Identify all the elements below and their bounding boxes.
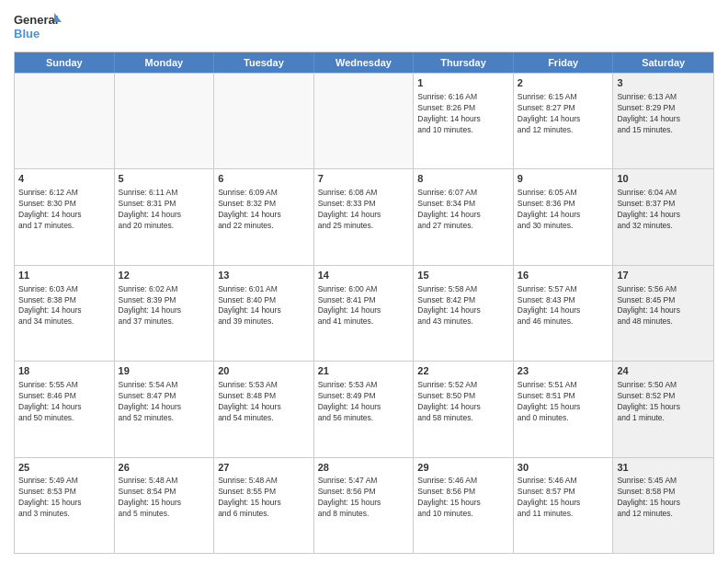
cell-date: 1 <box>417 76 509 90</box>
calendar-cell: 6Sunrise: 6:09 AM Sunset: 8:32 PM Daylig… <box>214 169 314 264</box>
cell-date: 6 <box>218 172 310 186</box>
cell-info: Sunrise: 5:52 AM Sunset: 8:50 PM Dayligh… <box>417 380 509 424</box>
calendar-cell: 16Sunrise: 5:57 AM Sunset: 8:43 PM Dayli… <box>514 266 614 361</box>
calendar-cell: 14Sunrise: 6:00 AM Sunset: 8:41 PM Dayli… <box>314 266 415 361</box>
calendar-cell: 20Sunrise: 5:53 AM Sunset: 8:48 PM Dayli… <box>214 362 314 456</box>
cell-info: Sunrise: 5:57 AM Sunset: 8:43 PM Dayligh… <box>518 284 609 328</box>
cell-info: Sunrise: 6:15 AM Sunset: 8:27 PM Dayligh… <box>518 92 609 136</box>
cell-date: 2 <box>518 76 609 90</box>
svg-text:General: General <box>14 13 58 27</box>
calendar-cell: 27Sunrise: 5:48 AM Sunset: 8:55 PM Dayli… <box>214 458 314 553</box>
calendar-cell: 11Sunrise: 6:03 AM Sunset: 8:38 PM Dayli… <box>15 266 115 361</box>
calendar-cell: 5Sunrise: 6:11 AM Sunset: 8:31 PM Daylig… <box>115 169 215 264</box>
day-header-friday: Friday <box>514 52 614 73</box>
calendar-cell: 19Sunrise: 5:54 AM Sunset: 8:47 PM Dayli… <box>115 362 215 456</box>
cell-date: 20 <box>218 364 310 378</box>
cell-date: 9 <box>518 172 609 186</box>
svg-text:Blue: Blue <box>14 27 40 40</box>
calendar-cell: 21Sunrise: 5:53 AM Sunset: 8:49 PM Dayli… <box>314 362 415 456</box>
calendar-cell: 18Sunrise: 5:55 AM Sunset: 8:46 PM Dayli… <box>15 362 115 456</box>
calendar-cell: 22Sunrise: 5:52 AM Sunset: 8:50 PM Dayli… <box>414 362 514 456</box>
calendar: SundayMondayTuesdayWednesdayThursdayFrid… <box>14 52 714 554</box>
cell-info: Sunrise: 6:16 AM Sunset: 8:26 PM Dayligh… <box>417 92 509 136</box>
calendar-cell: 10Sunrise: 6:04 AM Sunset: 8:37 PM Dayli… <box>613 169 713 264</box>
week-row-3: 11Sunrise: 6:03 AM Sunset: 8:38 PM Dayli… <box>15 265 713 361</box>
cell-info: Sunrise: 5:46 AM Sunset: 8:57 PM Dayligh… <box>518 476 609 520</box>
cell-date: 29 <box>417 461 509 475</box>
cell-date: 23 <box>518 364 609 378</box>
cell-date: 28 <box>318 461 410 475</box>
weeks-container: 1Sunrise: 6:16 AM Sunset: 8:26 PM Daylig… <box>15 73 713 553</box>
cell-date: 11 <box>18 269 110 282</box>
cell-date: 10 <box>617 172 710 186</box>
day-header-wednesday: Wednesday <box>314 52 415 73</box>
cell-date: 30 <box>518 461 609 475</box>
week-row-1: 1Sunrise: 6:16 AM Sunset: 8:26 PM Daylig… <box>15 73 713 168</box>
cell-info: Sunrise: 5:48 AM Sunset: 8:55 PM Dayligh… <box>218 476 310 520</box>
week-row-2: 4Sunrise: 6:12 AM Sunset: 8:30 PM Daylig… <box>15 168 713 264</box>
cell-date: 19 <box>119 364 210 378</box>
cell-info: Sunrise: 5:49 AM Sunset: 8:53 PM Dayligh… <box>18 476 110 520</box>
day-header-tuesday: Tuesday <box>214 52 314 73</box>
day-header-monday: Monday <box>115 52 215 73</box>
cell-info: Sunrise: 6:05 AM Sunset: 8:36 PM Dayligh… <box>518 188 609 232</box>
calendar-cell: 25Sunrise: 5:49 AM Sunset: 8:53 PM Dayli… <box>15 458 115 553</box>
calendar-cell: 17Sunrise: 5:56 AM Sunset: 8:45 PM Dayli… <box>613 266 713 361</box>
cell-date: 12 <box>119 269 210 282</box>
cell-info: Sunrise: 6:13 AM Sunset: 8:29 PM Dayligh… <box>617 92 710 136</box>
cell-info: Sunrise: 5:55 AM Sunset: 8:46 PM Dayligh… <box>18 380 110 424</box>
logo-svg: General Blue <box>14 9 62 44</box>
calendar-cell: 2Sunrise: 6:15 AM Sunset: 8:27 PM Daylig… <box>514 74 614 168</box>
week-row-5: 25Sunrise: 5:49 AM Sunset: 8:53 PM Dayli… <box>15 457 713 553</box>
cell-date: 18 <box>18 364 110 378</box>
calendar-cell <box>115 74 215 168</box>
calendar-cell: 8Sunrise: 6:07 AM Sunset: 8:34 PM Daylig… <box>414 169 514 264</box>
calendar-cell: 23Sunrise: 5:51 AM Sunset: 8:51 PM Dayli… <box>514 362 614 456</box>
calendar-cell <box>15 74 115 168</box>
week-row-4: 18Sunrise: 5:55 AM Sunset: 8:46 PM Dayli… <box>15 361 713 456</box>
day-header-saturday: Saturday <box>613 52 713 73</box>
cell-info: Sunrise: 6:12 AM Sunset: 8:30 PM Dayligh… <box>18 188 110 232</box>
calendar-cell: 24Sunrise: 5:50 AM Sunset: 8:52 PM Dayli… <box>613 362 713 456</box>
calendar-cell <box>314 74 415 168</box>
cell-date: 5 <box>119 172 210 186</box>
cell-date: 7 <box>318 172 410 186</box>
cell-date: 27 <box>218 461 310 475</box>
calendar-cell: 7Sunrise: 6:08 AM Sunset: 8:33 PM Daylig… <box>314 169 415 264</box>
cell-date: 16 <box>518 269 609 282</box>
cell-info: Sunrise: 5:50 AM Sunset: 8:52 PM Dayligh… <box>617 380 710 424</box>
calendar-cell: 12Sunrise: 6:02 AM Sunset: 8:39 PM Dayli… <box>115 266 215 361</box>
cell-info: Sunrise: 6:01 AM Sunset: 8:40 PM Dayligh… <box>218 284 310 328</box>
cell-date: 26 <box>119 461 210 475</box>
cell-info: Sunrise: 5:54 AM Sunset: 8:47 PM Dayligh… <box>119 380 210 424</box>
cell-info: Sunrise: 6:11 AM Sunset: 8:31 PM Dayligh… <box>119 188 210 232</box>
cell-date: 31 <box>617 461 710 475</box>
cell-date: 4 <box>18 172 110 186</box>
cell-date: 17 <box>617 269 710 282</box>
cell-info: Sunrise: 6:08 AM Sunset: 8:33 PM Dayligh… <box>318 188 410 232</box>
cell-date: 15 <box>417 269 509 282</box>
calendar-cell: 9Sunrise: 6:05 AM Sunset: 8:36 PM Daylig… <box>514 169 614 264</box>
cell-date: 8 <box>417 172 509 186</box>
calendar-cell: 15Sunrise: 5:58 AM Sunset: 8:42 PM Dayli… <box>414 266 514 361</box>
cell-info: Sunrise: 5:48 AM Sunset: 8:54 PM Dayligh… <box>119 476 210 520</box>
cell-info: Sunrise: 5:45 AM Sunset: 8:58 PM Dayligh… <box>617 476 710 520</box>
cell-date: 14 <box>318 269 410 282</box>
day-header-thursday: Thursday <box>414 52 514 73</box>
cell-info: Sunrise: 5:53 AM Sunset: 8:48 PM Dayligh… <box>218 380 310 424</box>
calendar-cell: 3Sunrise: 6:13 AM Sunset: 8:29 PM Daylig… <box>613 74 713 168</box>
cell-info: Sunrise: 6:00 AM Sunset: 8:41 PM Dayligh… <box>318 284 410 328</box>
cell-date: 21 <box>318 364 410 378</box>
cell-date: 13 <box>218 269 310 282</box>
calendar-cell: 29Sunrise: 5:46 AM Sunset: 8:56 PM Dayli… <box>414 458 514 553</box>
cell-date: 22 <box>417 364 509 378</box>
cell-date: 24 <box>617 364 710 378</box>
logo: General Blue <box>14 9 62 44</box>
calendar-cell: 30Sunrise: 5:46 AM Sunset: 8:57 PM Dayli… <box>514 458 614 553</box>
calendar-cell: 28Sunrise: 5:47 AM Sunset: 8:56 PM Dayli… <box>314 458 415 553</box>
cell-info: Sunrise: 6:02 AM Sunset: 8:39 PM Dayligh… <box>119 284 210 328</box>
cell-info: Sunrise: 6:09 AM Sunset: 8:32 PM Dayligh… <box>218 188 310 232</box>
calendar-cell: 26Sunrise: 5:48 AM Sunset: 8:54 PM Dayli… <box>115 458 215 553</box>
cell-date: 3 <box>617 76 710 90</box>
day-headers: SundayMondayTuesdayWednesdayThursdayFrid… <box>15 52 713 73</box>
